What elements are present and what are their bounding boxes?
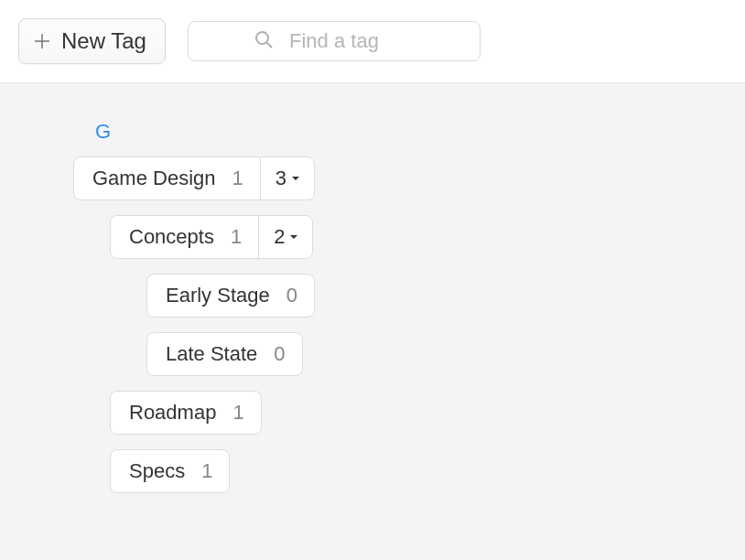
tag-count: 0	[286, 284, 297, 307]
tag-main[interactable]: Concepts 1	[111, 216, 258, 258]
tag-item-concepts: Concepts 1 2	[110, 215, 313, 259]
chevron-down-icon	[288, 232, 299, 242]
tag-label: Early Stage	[166, 284, 270, 307]
section-letter: G	[95, 120, 745, 144]
chevron-down-icon	[290, 173, 301, 184]
tag-main[interactable]: Roadmap 1	[111, 392, 261, 434]
tag-count: 1	[231, 225, 242, 249]
toolbar: New Tag	[0, 0, 745, 83]
tag-label: Roadmap	[129, 401, 216, 425]
tag-count: 1	[201, 459, 212, 483]
tag-row: Roadmap 1	[110, 391, 745, 435]
tag-count: 1	[232, 401, 243, 425]
plus-icon	[32, 31, 52, 51]
tag-children-count: 3	[275, 167, 286, 190]
tag-children-toggle[interactable]: 3	[260, 157, 314, 199]
tag-label: Game Design	[92, 167, 216, 190]
tag-children-count: 2	[274, 225, 285, 249]
search-input[interactable]	[188, 21, 480, 61]
new-tag-label: New Tag	[61, 28, 146, 54]
tag-label: Concepts	[129, 225, 214, 249]
tag-item-late-state: Late State 0	[146, 332, 303, 376]
new-tag-button[interactable]: New Tag	[18, 18, 166, 64]
tag-main[interactable]: Early Stage 0	[147, 275, 314, 317]
tag-count: 0	[274, 342, 285, 366]
tag-item-early-stage: Early Stage 0	[146, 274, 315, 318]
tag-row: Late State 0	[146, 332, 745, 376]
tag-list: G Game Design 1 3 Concepts 1 2	[0, 83, 745, 493]
tag-row: Early Stage 0	[146, 274, 745, 318]
tag-row: Concepts 1 2	[110, 215, 745, 259]
tag-children-toggle[interactable]: 2	[258, 216, 312, 258]
tag-count: 1	[232, 167, 243, 190]
tag-main[interactable]: Game Design 1	[74, 157, 260, 199]
tag-main[interactable]: Specs 1	[111, 450, 229, 492]
tag-row: Game Design 1 3	[73, 156, 745, 200]
tag-label: Specs	[129, 459, 185, 483]
tag-item-roadmap: Roadmap 1	[110, 391, 262, 435]
tag-row: Specs 1	[110, 449, 745, 493]
tag-main[interactable]: Late State 0	[147, 333, 302, 375]
search-wrap	[188, 21, 480, 61]
tag-label: Late State	[166, 342, 257, 366]
tag-item-game-design: Game Design 1 3	[73, 156, 315, 200]
tag-item-specs: Specs 1	[110, 449, 230, 493]
